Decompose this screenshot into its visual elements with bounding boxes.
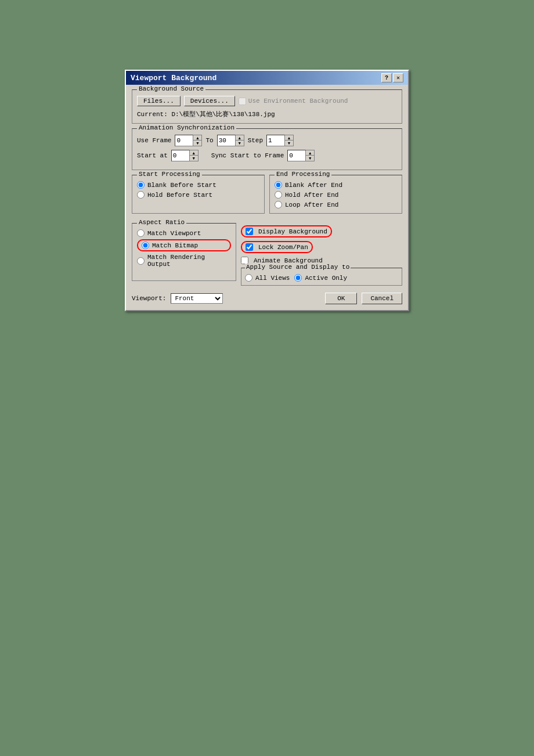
display-bg-checkbox[interactable]: [246, 228, 253, 235]
animation-sync-content: Use Frame ▲ ▼ To ▲ ▼: [137, 129, 397, 161]
ok-button[interactable]: OK: [325, 293, 357, 304]
all-views-option[interactable]: All Views: [245, 274, 290, 282]
blank-after-end-option[interactable]: Blank After End: [275, 181, 397, 189]
step-up[interactable]: ▲: [285, 135, 293, 141]
hold-before-start-option[interactable]: Hold Before Start: [137, 191, 259, 199]
to-down[interactable]: ▼: [236, 141, 244, 146]
hold-before-start-radio[interactable]: [137, 191, 145, 199]
match-bitmap-radio[interactable]: [142, 242, 149, 249]
cancel-button[interactable]: Cancel: [362, 293, 402, 304]
bottom-panels: Aspect Ratio Match Viewport Match Bitmap…: [132, 223, 402, 286]
close-button[interactable]: ✕: [393, 73, 403, 82]
lock-zoom-text: Lock Zoom/Pan: [258, 244, 308, 251]
current-path-row: Current: D:\模型\其他\比赛\138\138.jpg: [137, 110, 397, 118]
right-options-panel: Display Background Lock Zoom/Pan Animate…: [241, 223, 402, 286]
hold-before-start-text: Hold Before Start: [147, 192, 212, 199]
match-viewport-radio[interactable]: [137, 229, 145, 237]
files-button[interactable]: Files...: [137, 96, 181, 106]
to-input[interactable]: [217, 135, 236, 146]
sync-start-input[interactable]: [287, 150, 306, 161]
active-only-option[interactable]: Active Only: [294, 274, 347, 282]
aspect-ratio-label: Aspect Ratio: [137, 219, 186, 226]
current-path-value: D:\模型\其他\比赛\138\138.jpg: [171, 111, 275, 118]
title-bar: Viewport Background ? ✕: [126, 71, 408, 85]
sync-start-label: Sync Start to Frame: [211, 152, 284, 159]
footer-row: Viewport: Front Top Left Perspective OK …: [132, 290, 402, 304]
start-at-label: Start at: [137, 152, 168, 159]
start-at-input[interactable]: [171, 150, 190, 161]
step-input[interactable]: [266, 135, 285, 146]
match-bitmap-text: Match Bitmap: [152, 242, 198, 249]
start-at-spinner: ▲ ▼: [171, 150, 199, 161]
aspect-ratio-group: Aspect Ratio Match Viewport Match Bitmap…: [132, 223, 236, 281]
use-frame-down[interactable]: ▼: [193, 141, 201, 146]
use-frame-up[interactable]: ▲: [193, 135, 201, 141]
match-viewport-option[interactable]: Match Viewport: [137, 229, 231, 237]
all-views-radio[interactable]: [245, 274, 252, 282]
viewport-background-dialog: Viewport Background ? ✕ Background Sourc…: [125, 70, 409, 311]
viewport-label: Viewport:: [132, 295, 166, 302]
match-rendering-text: Match Rendering Output: [147, 254, 231, 268]
blank-before-start-option[interactable]: Blank Before Start: [137, 181, 259, 189]
help-button[interactable]: ?: [381, 73, 392, 82]
step-spinner: ▲ ▼: [266, 135, 294, 146]
start-processing-label: Start Processing: [137, 171, 202, 178]
devices-button[interactable]: Devices...: [184, 96, 235, 106]
use-frame-spinner: ▲ ▼: [175, 135, 202, 146]
start-at-row: Start at ▲ ▼ Sync Start to Frame ▲ ▼: [137, 150, 397, 161]
display-bg-option[interactable]: Display Background: [241, 225, 332, 237]
hold-after-end-option[interactable]: Hold After End: [275, 191, 397, 199]
active-only-text: Active Only: [305, 275, 347, 282]
background-source-label: Background Source: [137, 85, 205, 92]
to-label: To: [205, 137, 213, 144]
lock-zoom-checkbox[interactable]: [246, 243, 253, 251]
dialog-body: Background Source Files... Devices... Us…: [126, 85, 408, 310]
title-bar-buttons: ? ✕: [381, 73, 403, 82]
background-source-group: Background Source Files... Devices... Us…: [132, 89, 402, 124]
animate-bg-text: Animate Background: [254, 257, 323, 264]
blank-after-end-text: Blank After End: [285, 182, 342, 189]
end-processing-group: End Processing Blank After End Hold Afte…: [269, 175, 402, 214]
use-env-bg-checkbox[interactable]: [239, 98, 246, 105]
match-bitmap-option[interactable]: Match Bitmap: [137, 239, 231, 251]
loop-after-end-option[interactable]: Loop After End: [275, 201, 397, 208]
dialog-title: Viewport Background: [131, 74, 217, 82]
lock-zoom-option[interactable]: Lock Zoom/Pan: [241, 241, 313, 253]
start-at-arrows: ▲ ▼: [190, 150, 199, 161]
frame-row: Use Frame ▲ ▼ To ▲ ▼: [137, 135, 397, 146]
use-frame-label: Use Frame: [137, 137, 171, 144]
use-frame-input[interactable]: [175, 135, 193, 146]
use-env-bg-label: Use Environment Background: [239, 98, 348, 105]
hold-after-end-radio[interactable]: [275, 191, 282, 199]
to-up[interactable]: ▲: [236, 135, 244, 141]
sync-start-arrows: ▲ ▼: [306, 150, 315, 161]
current-label: Current:: [137, 111, 168, 118]
step-down[interactable]: ▼: [285, 141, 293, 146]
match-rendering-radio[interactable]: [137, 257, 145, 265]
active-only-radio[interactable]: [294, 274, 302, 282]
use-frame-arrows: ▲ ▼: [193, 135, 202, 146]
sync-start-up[interactable]: ▲: [306, 150, 314, 156]
animation-sync-label: Animation Synchronization: [137, 124, 236, 131]
start-processing-options: Blank Before Start Hold Before Start: [137, 175, 259, 199]
start-at-up[interactable]: ▲: [190, 150, 198, 156]
start-at-down[interactable]: ▼: [190, 156, 198, 161]
match-viewport-text: Match Viewport: [147, 230, 201, 237]
end-processing-label: End Processing: [275, 171, 331, 178]
processing-panels: Start Processing Blank Before Start Hold…: [132, 175, 402, 218]
hold-after-end-text: Hold After End: [285, 192, 338, 199]
aspect-ratio-options: Match Viewport Match Bitmap Match Render…: [137, 224, 231, 268]
sync-start-spinner: ▲ ▼: [287, 150, 315, 161]
sync-start-down[interactable]: ▼: [306, 156, 314, 161]
bg-source-buttons-row: Files... Devices... Use Environment Back…: [137, 96, 397, 106]
loop-after-end-radio[interactable]: [275, 201, 282, 208]
blank-before-start-radio[interactable]: [137, 181, 145, 189]
match-rendering-option[interactable]: Match Rendering Output: [137, 254, 231, 268]
to-spinner: ▲ ▼: [217, 135, 244, 146]
end-processing-options: Blank After End Hold After End Loop Afte…: [275, 175, 397, 208]
viewport-select[interactable]: Front Top Left Perspective: [171, 293, 223, 304]
blank-before-start-text: Blank Before Start: [147, 182, 217, 189]
background-source-content: Files... Devices... Use Environment Back…: [137, 90, 397, 118]
blank-after-end-radio[interactable]: [275, 181, 282, 189]
animation-sync-group: Animation Synchronization Use Frame ▲ ▼ …: [132, 128, 402, 170]
